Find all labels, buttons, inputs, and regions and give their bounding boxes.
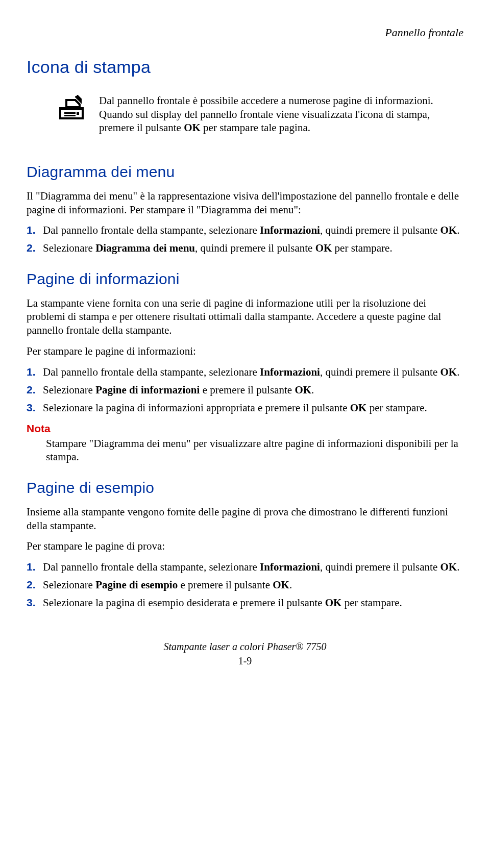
section-pagine-esempio-steps: Dal pannello frontale della stampante, s… — [27, 560, 463, 610]
section-pagine-esempio-p1: Insieme alla stampante vengono fornite d… — [27, 505, 463, 533]
note-label: Nota — [27, 422, 463, 436]
intro-row: Dal pannello frontale è possibile accede… — [27, 94, 463, 135]
print-icon — [27, 94, 86, 125]
intro-paragraph: Dal pannello frontale è possibile accede… — [99, 94, 463, 135]
step-item: Dal pannello frontale della stampante, s… — [27, 365, 463, 379]
section-diagramma-p: Il "Diagramma dei menu" è la rappresenta… — [27, 189, 463, 217]
svg-rect-2 — [64, 112, 76, 114]
note-body: Stampare "Diagramma dei menu" per visual… — [46, 437, 463, 464]
step-item: Selezionare la pagina di informazioni ap… — [27, 401, 463, 415]
svg-rect-3 — [64, 115, 76, 116]
section-pagine-esempio-title: Pagine di esempio — [27, 478, 463, 498]
footer-product-line: Stampante laser a colori Phaser® 7750 — [27, 640, 463, 654]
section-pagine-info-title: Pagine di informazioni — [27, 269, 463, 289]
page-title: Icona di stampa — [27, 56, 463, 79]
step-item: Selezionare Diagramma dei menu, quindi p… — [27, 241, 463, 255]
section-diagramma-title: Diagramma dei menu — [27, 162, 463, 182]
footer-page-number: 1-9 — [27, 655, 463, 668]
step-item: Selezionare la pagina di esempio desider… — [27, 596, 463, 610]
step-item: Selezionare Pagine di esempio e premere … — [27, 578, 463, 592]
step-item: Selezionare Pagine di informazioni e pre… — [27, 383, 463, 397]
step-item: Dal pannello frontale della stampante, s… — [27, 224, 463, 237]
section-pagine-esempio-p2: Per stampare le pagine di prova: — [27, 539, 463, 553]
footer: Stampante laser a colori Phaser® 7750 1-… — [27, 640, 463, 667]
breadcrumb: Pannello frontale — [27, 26, 463, 40]
svg-rect-4 — [77, 112, 79, 115]
step-item: Dal pannello frontale della stampante, s… — [27, 560, 463, 574]
section-pagine-info-p1: La stampante viene fornita con una serie… — [27, 296, 463, 338]
section-pagine-info-steps: Dal pannello frontale della stampante, s… — [27, 365, 463, 415]
section-pagine-info-p2: Per stampare le pagine di informazioni: — [27, 344, 463, 358]
section-diagramma-steps: Dal pannello frontale della stampante, s… — [27, 224, 463, 255]
